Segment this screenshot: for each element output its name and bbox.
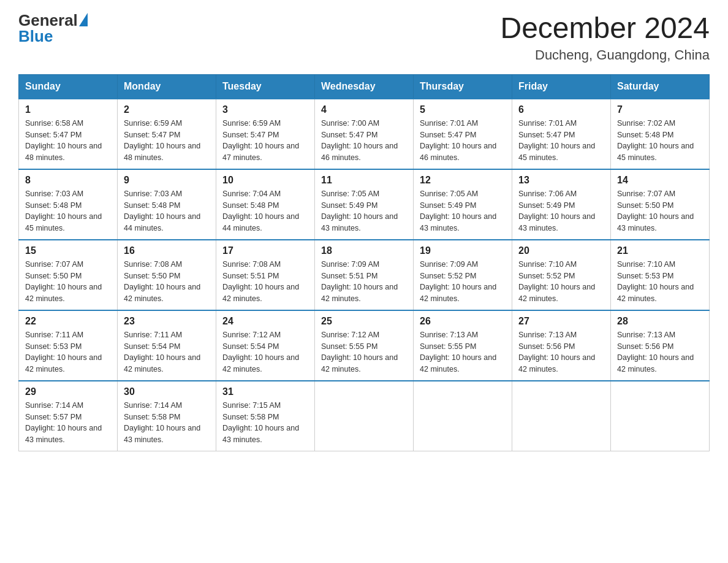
day-number: 3 <box>222 104 308 115</box>
week-row-2: 8Sunrise: 7:03 AMSunset: 5:48 PMDaylight… <box>19 169 710 240</box>
logo-triangle-icon <box>79 13 88 26</box>
header-wednesday: Wednesday <box>315 74 414 99</box>
day-number: 18 <box>321 245 407 256</box>
day-number: 29 <box>25 386 111 397</box>
calendar-cell: 8Sunrise: 7:03 AMSunset: 5:48 PMDaylight… <box>19 169 118 240</box>
day-number: 7 <box>617 104 703 115</box>
calendar-cell: 26Sunrise: 7:13 AMSunset: 5:55 PMDayligh… <box>414 310 512 381</box>
calendar-cell: 12Sunrise: 7:05 AMSunset: 5:49 PMDayligh… <box>414 169 512 240</box>
day-info: Sunrise: 7:12 AMSunset: 5:54 PMDaylight:… <box>222 329 308 375</box>
day-info: Sunrise: 7:00 AMSunset: 5:47 PMDaylight:… <box>321 118 407 164</box>
title-section: December 2024 Ducheng, Guangdong, China <box>500 12 710 63</box>
location-title: Ducheng, Guangdong, China <box>500 47 710 63</box>
day-info: Sunrise: 7:03 AMSunset: 5:48 PMDaylight:… <box>124 188 210 234</box>
calendar-cell: 6Sunrise: 7:01 AMSunset: 5:47 PMDaylight… <box>512 99 611 169</box>
day-number: 30 <box>124 386 210 397</box>
day-number: 9 <box>124 175 210 186</box>
header-saturday: Saturday <box>611 74 710 99</box>
day-number: 14 <box>617 175 703 186</box>
calendar-cell: 30Sunrise: 7:14 AMSunset: 5:58 PMDayligh… <box>118 381 216 451</box>
calendar-cell <box>512 381 611 451</box>
calendar-cell: 21Sunrise: 7:10 AMSunset: 5:53 PMDayligh… <box>611 240 710 310</box>
day-number: 6 <box>518 104 604 115</box>
header-sunday: Sunday <box>19 74 118 99</box>
calendar-cell: 11Sunrise: 7:05 AMSunset: 5:49 PMDayligh… <box>315 169 414 240</box>
calendar-cell: 10Sunrise: 7:04 AMSunset: 5:48 PMDayligh… <box>216 169 315 240</box>
day-info: Sunrise: 7:05 AMSunset: 5:49 PMDaylight:… <box>321 188 407 234</box>
week-row-4: 22Sunrise: 7:11 AMSunset: 5:53 PMDayligh… <box>19 310 710 381</box>
day-number: 8 <box>25 175 111 186</box>
day-info: Sunrise: 7:13 AMSunset: 5:55 PMDaylight:… <box>420 329 506 375</box>
day-info: Sunrise: 7:13 AMSunset: 5:56 PMDaylight:… <box>617 329 703 375</box>
week-row-1: 1Sunrise: 6:58 AMSunset: 5:47 PMDaylight… <box>19 99 710 169</box>
logo-blue-text: Blue <box>18 28 88 44</box>
calendar-cell <box>611 381 710 451</box>
day-number: 26 <box>420 316 506 327</box>
calendar-cell: 7Sunrise: 7:02 AMSunset: 5:48 PMDaylight… <box>611 99 710 169</box>
day-number: 2 <box>124 104 210 115</box>
day-info: Sunrise: 7:12 AMSunset: 5:55 PMDaylight:… <box>321 329 407 375</box>
day-number: 28 <box>617 316 703 327</box>
day-info: Sunrise: 7:13 AMSunset: 5:56 PMDaylight:… <box>518 329 604 375</box>
day-info: Sunrise: 7:14 AMSunset: 5:57 PMDaylight:… <box>25 400 111 446</box>
calendar-cell: 29Sunrise: 7:14 AMSunset: 5:57 PMDayligh… <box>19 381 118 451</box>
month-title: December 2024 <box>500 12 710 45</box>
day-info: Sunrise: 7:09 AMSunset: 5:51 PMDaylight:… <box>321 259 407 305</box>
day-number: 22 <box>25 316 111 327</box>
day-number: 13 <box>518 175 604 186</box>
calendar-header-row: SundayMondayTuesdayWednesdayThursdayFrid… <box>19 74 710 99</box>
calendar-table: SundayMondayTuesdayWednesdayThursdayFrid… <box>18 74 710 451</box>
calendar-cell: 22Sunrise: 7:11 AMSunset: 5:53 PMDayligh… <box>19 310 118 381</box>
day-info: Sunrise: 7:15 AMSunset: 5:58 PMDaylight:… <box>222 400 308 446</box>
calendar-cell <box>315 381 414 451</box>
day-number: 1 <box>25 104 111 115</box>
calendar-cell: 13Sunrise: 7:06 AMSunset: 5:49 PMDayligh… <box>512 169 611 240</box>
calendar-cell: 23Sunrise: 7:11 AMSunset: 5:54 PMDayligh… <box>118 310 216 381</box>
header-friday: Friday <box>512 74 611 99</box>
day-info: Sunrise: 7:05 AMSunset: 5:49 PMDaylight:… <box>420 188 506 234</box>
calendar-cell: 24Sunrise: 7:12 AMSunset: 5:54 PMDayligh… <box>216 310 315 381</box>
day-info: Sunrise: 7:08 AMSunset: 5:51 PMDaylight:… <box>222 259 308 305</box>
day-info: Sunrise: 6:58 AMSunset: 5:47 PMDaylight:… <box>25 118 111 164</box>
day-number: 24 <box>222 316 308 327</box>
calendar-cell: 2Sunrise: 6:59 AMSunset: 5:47 PMDaylight… <box>118 99 216 169</box>
calendar-cell: 28Sunrise: 7:13 AMSunset: 5:56 PMDayligh… <box>611 310 710 381</box>
day-info: Sunrise: 7:01 AMSunset: 5:47 PMDaylight:… <box>420 118 506 164</box>
day-info: Sunrise: 7:10 AMSunset: 5:52 PMDaylight:… <box>518 259 604 305</box>
calendar-cell: 16Sunrise: 7:08 AMSunset: 5:50 PMDayligh… <box>118 240 216 310</box>
day-info: Sunrise: 7:07 AMSunset: 5:50 PMDaylight:… <box>25 259 111 305</box>
day-info: Sunrise: 7:11 AMSunset: 5:54 PMDaylight:… <box>124 329 210 375</box>
day-number: 31 <box>222 386 308 397</box>
day-number: 17 <box>222 245 308 256</box>
day-number: 10 <box>222 175 308 186</box>
week-row-3: 15Sunrise: 7:07 AMSunset: 5:50 PMDayligh… <box>19 240 710 310</box>
logo: General Blue <box>18 12 88 44</box>
header-thursday: Thursday <box>414 74 512 99</box>
day-number: 12 <box>420 175 506 186</box>
calendar-cell: 20Sunrise: 7:10 AMSunset: 5:52 PMDayligh… <box>512 240 611 310</box>
calendar-cell: 18Sunrise: 7:09 AMSunset: 5:51 PMDayligh… <box>315 240 414 310</box>
calendar-cell: 4Sunrise: 7:00 AMSunset: 5:47 PMDaylight… <box>315 99 414 169</box>
day-info: Sunrise: 7:07 AMSunset: 5:50 PMDaylight:… <box>617 188 703 234</box>
calendar-cell: 1Sunrise: 6:58 AMSunset: 5:47 PMDaylight… <box>19 99 118 169</box>
calendar-cell: 5Sunrise: 7:01 AMSunset: 5:47 PMDaylight… <box>414 99 512 169</box>
day-info: Sunrise: 7:09 AMSunset: 5:52 PMDaylight:… <box>420 259 506 305</box>
day-info: Sunrise: 7:08 AMSunset: 5:50 PMDaylight:… <box>124 259 210 305</box>
header-tuesday: Tuesday <box>216 74 315 99</box>
day-number: 25 <box>321 316 407 327</box>
day-number: 16 <box>124 245 210 256</box>
day-number: 4 <box>321 104 407 115</box>
calendar-cell: 31Sunrise: 7:15 AMSunset: 5:58 PMDayligh… <box>216 381 315 451</box>
calendar-cell: 25Sunrise: 7:12 AMSunset: 5:55 PMDayligh… <box>315 310 414 381</box>
day-info: Sunrise: 7:11 AMSunset: 5:53 PMDaylight:… <box>25 329 111 375</box>
day-info: Sunrise: 7:04 AMSunset: 5:48 PMDaylight:… <box>222 188 308 234</box>
day-info: Sunrise: 7:01 AMSunset: 5:47 PMDaylight:… <box>518 118 604 164</box>
calendar-cell: 19Sunrise: 7:09 AMSunset: 5:52 PMDayligh… <box>414 240 512 310</box>
day-number: 11 <box>321 175 407 186</box>
day-number: 5 <box>420 104 506 115</box>
day-info: Sunrise: 7:02 AMSunset: 5:48 PMDaylight:… <box>617 118 703 164</box>
day-number: 19 <box>420 245 506 256</box>
week-row-5: 29Sunrise: 7:14 AMSunset: 5:57 PMDayligh… <box>19 381 710 451</box>
calendar-cell: 17Sunrise: 7:08 AMSunset: 5:51 PMDayligh… <box>216 240 315 310</box>
day-number: 23 <box>124 316 210 327</box>
